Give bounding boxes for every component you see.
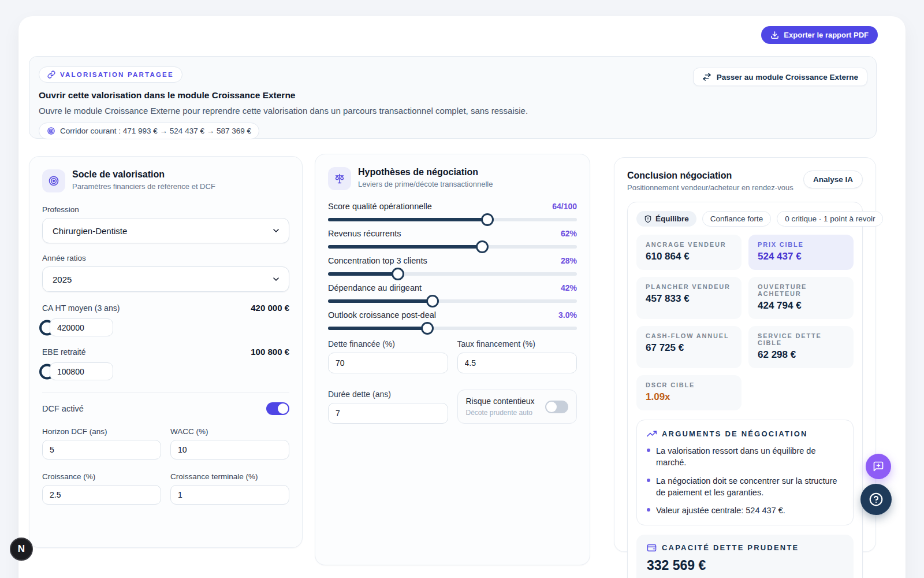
trending-up-icon [647, 429, 657, 439]
scale-icon [328, 167, 351, 190]
ebe-input[interactable] [50, 362, 113, 380]
metric-value: 457 833 € [646, 293, 732, 305]
slider-track[interactable] [328, 218, 577, 221]
slider-thumb[interactable] [426, 295, 439, 307]
ebe-display-value: 100 800 € [251, 347, 289, 357]
export-pdf-button[interactable]: Exporter le rapport PDF [761, 26, 878, 44]
status-badge-label: Équilibre [655, 214, 689, 223]
metric-value: 1.09x [646, 391, 732, 403]
arguments-title: ARGUMENTS DE NÉGOCIATION [662, 429, 808, 438]
feedback-button[interactable] [866, 454, 891, 479]
horizon-label: Horizon DCF (ans) [42, 427, 161, 436]
help-button[interactable] [860, 484, 892, 515]
slider-thumb[interactable] [421, 322, 434, 335]
message-plus-icon [873, 461, 884, 472]
slider-track[interactable] [328, 299, 577, 303]
chevron-down-icon [271, 226, 281, 235]
bullet-dot [647, 508, 650, 512]
base-valuation-card: Socle de valorisation Paramètres financi… [29, 156, 303, 548]
slider-label: Concentration top 3 clients [328, 256, 427, 265]
conclusion-subtitle: Positionnement vendeur/acheteur en rende… [627, 183, 793, 192]
hypotheses-card: Hypothèses de négociation Leviers de pri… [315, 154, 590, 565]
ca-input[interactable] [50, 318, 113, 336]
confidence-badge: Confiance forte [702, 211, 772, 227]
metric-label: SERVICE DETTE CIBLE [758, 332, 844, 346]
bullseye-icon [42, 169, 65, 192]
metric-dscr-cible: DSCR CIBLE 1.09x [636, 375, 742, 410]
debt-financed-input[interactable] [328, 353, 448, 373]
profession-select[interactable]: Chirurgien-Dentiste [42, 218, 289, 243]
dcf-toggle-label: DCF activé [42, 404, 84, 413]
argument-text: La négociation doit se concentrer sur la… [656, 475, 843, 499]
financing-rate-input[interactable] [457, 353, 578, 373]
litigation-risk-label: Risque contentieux [466, 397, 535, 406]
banner-description: Ouvre le module Croissance Externe pour … [39, 106, 867, 116]
slider-thumb[interactable] [481, 213, 494, 226]
nextjs-logo: N [18, 543, 25, 555]
slider-value: 42% [561, 283, 577, 292]
metric-value: 67 725 € [646, 342, 732, 354]
base-card-subtitle: Paramètres financiers de référence et DC… [72, 182, 215, 191]
main-panel: Exporter le rapport PDF VALORISATION PAR… [18, 16, 906, 578]
banner-title: Ouvrir cette valorisation dans le module… [39, 90, 867, 101]
conclusion-title: Conclusion négociation [627, 171, 793, 181]
metric-label: DSCR CIBLE [646, 381, 732, 388]
nextjs-dev-badge[interactable]: N [10, 538, 33, 561]
ebe-label: EBE retraité [42, 347, 85, 357]
capacity-title: CAPACITÉ DETTE PRUDENTE [662, 543, 799, 552]
hypotheses-title: Hypothèses de négociation [358, 167, 493, 177]
slider-thumb[interactable] [476, 240, 489, 253]
target-icon [47, 127, 55, 135]
slider-thumb[interactable] [392, 268, 404, 280]
slider-dependance-dirigeant: Dépendance au dirigeant 42% [328, 283, 577, 303]
ca-display-value: 420 000 € [251, 303, 289, 313]
slider-value: 64/100 [552, 202, 577, 211]
slider-concentration-clients: Concentration top 3 clients 28% [328, 256, 577, 276]
litigation-risk-box: Risque contentieux Décote prudente auto [457, 390, 578, 424]
slider-revenus-recurrents: Revenus récurrents 62% [328, 229, 577, 249]
hypotheses-subtitle: Leviers de prime/décote transactionnelle [358, 180, 493, 188]
debt-financed-label: Dette financée (%) [328, 339, 448, 349]
bullet-dot [647, 479, 650, 482]
slider-outlook-croissance: Outlook croissance post-deal 3.0% [328, 310, 577, 330]
metric-prix-cible: PRIX CIBLE 524 437 € [748, 235, 854, 270]
slider-track[interactable] [328, 327, 577, 330]
base-card-title: Socle de valorisation [72, 169, 215, 180]
swap-arrows-icon [702, 72, 711, 81]
slider-track[interactable] [328, 272, 577, 276]
metric-value: 424 794 € [758, 300, 844, 312]
terminal-growth-input[interactable] [170, 485, 289, 505]
slider-label: Score qualité opérationnelle [328, 202, 432, 211]
year-label: Année ratios [42, 254, 289, 262]
export-pdf-label: Exporter le rapport PDF [784, 31, 869, 39]
slider-track[interactable] [328, 245, 577, 249]
slider-score-qualite: Score qualité opérationnelle 64/100 [328, 202, 577, 221]
metric-label: ANCRAGE VENDEUR [646, 241, 732, 248]
download-icon [770, 31, 779, 39]
conclusion-card: Conclusion négociation Positionnement ve… [614, 157, 876, 552]
wacc-label: WACC (%) [170, 427, 289, 436]
slider-label: Outlook croissance post-deal [328, 310, 436, 320]
negotiation-arguments-card: ARGUMENTS DE NÉGOCIATION La valorisation… [636, 420, 854, 525]
dcf-toggle[interactable] [266, 402, 289, 415]
horizon-input[interactable] [42, 440, 161, 460]
growth-input[interactable] [42, 485, 161, 505]
divider [42, 392, 289, 393]
ai-analysis-button[interactable]: Analyse IA [803, 171, 863, 188]
switch-module-button[interactable]: Passer au module Croissance Externe [693, 68, 867, 86]
debt-duration-label: Durée dette (ans) [328, 390, 448, 399]
slider-value: 28% [561, 256, 577, 265]
metric-value: 62 298 € [758, 349, 844, 361]
financing-rate-label: Taux financement (%) [457, 339, 578, 349]
bullet-dot [647, 449, 650, 452]
litigation-risk-toggle[interactable] [545, 401, 568, 413]
metric-label: CASH-FLOW ANNUEL [646, 332, 732, 339]
metric-ouverture-acheteur: OUVERTURE ACHETEUR 424 794 € [748, 277, 854, 319]
debt-duration-input[interactable] [328, 403, 448, 424]
chevron-down-icon [271, 275, 281, 284]
argument-text: Valeur ajustée centrale: 524 437 €. [656, 505, 785, 516]
year-select[interactable]: 2025 [42, 266, 289, 292]
wacc-input[interactable] [170, 440, 289, 460]
status-badge: Équilibre [636, 211, 696, 227]
slider-value: 3.0% [558, 310, 577, 320]
